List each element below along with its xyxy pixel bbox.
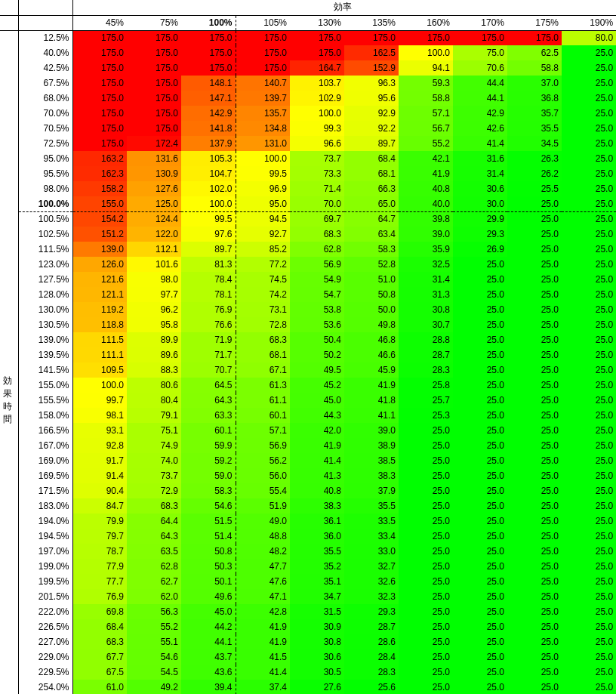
heatmap-cell: 54.7 [290, 287, 344, 302]
row-header: 183.0% [18, 498, 72, 514]
row-header: 169.0% [18, 453, 72, 468]
heatmap-cell: 95.8 [127, 317, 181, 332]
heatmap-cell: 158.2 [72, 181, 127, 196]
heatmap-cell: 61.3 [236, 378, 290, 393]
heatmap-cell: 32.6 [344, 574, 399, 589]
heatmap-cell: 97.6 [181, 227, 236, 242]
heatmap-cell: 91.7 [72, 453, 127, 468]
row-header: 169.5% [18, 468, 72, 483]
heatmap-cell: 175.0 [127, 60, 181, 76]
heatmap-cell: 25.0 [507, 634, 562, 649]
heatmap-cell: 25.0 [562, 332, 616, 347]
heatmap-cell: 25.0 [507, 227, 562, 242]
row-header: 194.5% [18, 529, 72, 544]
heatmap-cell: 44.4 [453, 76, 507, 91]
heatmap-cell: 41.4 [290, 453, 344, 468]
heatmap-cell: 25.0 [399, 619, 453, 634]
heatmap-cell: 25.0 [562, 121, 616, 136]
heatmap-cell: 35.5 [344, 498, 399, 514]
heatmap-cell: 25.0 [399, 604, 453, 619]
heatmap-cell: 30.6 [453, 181, 507, 196]
heatmap-cell: 68.3 [290, 227, 344, 242]
heatmap-cell: 25.0 [507, 242, 562, 257]
heatmap-cell: 43.7 [181, 649, 236, 665]
heatmap-cell: 25.0 [507, 272, 562, 287]
heatmap-cell: 63.3 [181, 408, 236, 423]
heatmap-cell: 93.1 [72, 423, 127, 438]
heatmap-cell: 28.3 [344, 665, 399, 680]
heatmap-cell: 50.2 [290, 347, 344, 362]
row-header: 100.5% [18, 211, 72, 227]
heatmap-cell: 25.0 [562, 287, 616, 302]
heatmap-cell: 25.0 [562, 242, 616, 257]
heatmap-cell: 175.0 [127, 45, 181, 60]
heatmap-cell: 175.0 [181, 45, 236, 60]
heatmap-cell: 25.0 [453, 680, 507, 694]
heatmap-cell: 96.3 [344, 76, 399, 91]
heatmap-cell: 37.4 [236, 680, 290, 694]
heatmap-cell: 48.8 [236, 529, 290, 544]
heatmap-cell: 44.1 [453, 91, 507, 106]
row-header: 226.5% [18, 619, 72, 634]
heatmap-cell: 25.0 [453, 514, 507, 529]
heatmap-cell: 44.3 [290, 408, 344, 423]
heatmap-cell: 32.7 [344, 559, 399, 574]
heatmap-cell: 122.0 [127, 227, 181, 242]
heatmap-cell: 30.0 [453, 196, 507, 211]
heatmap-cell: 25.0 [399, 649, 453, 665]
row-header: 229.0% [18, 649, 72, 665]
heatmap-cell: 175.0 [127, 121, 181, 136]
heatmap-cell: 109.5 [72, 362, 127, 378]
heatmap-cell: 141.8 [181, 121, 236, 136]
row-header: 155.5% [18, 393, 72, 408]
col-header: 130% [290, 15, 344, 30]
heatmap-cell: 54.5 [127, 665, 181, 680]
heatmap-cell: 28.7 [399, 347, 453, 362]
heatmap-cell: 25.0 [562, 317, 616, 332]
heatmap-cell: 68.3 [236, 332, 290, 347]
heatmap-cell: 68.4 [344, 151, 399, 166]
heatmap-cell: 175.0 [127, 30, 181, 45]
heatmap-cell: 78.4 [181, 272, 236, 287]
heatmap-cell: 42.9 [453, 106, 507, 121]
heatmap-cell: 25.0 [453, 483, 507, 498]
heatmap-cell: 25.0 [399, 529, 453, 544]
heatmap-cell: 25.0 [562, 453, 616, 468]
heatmap-cell: 25.0 [562, 45, 616, 60]
heatmap-cell: 54.6 [181, 498, 236, 514]
row-header: 139.5% [18, 347, 72, 362]
heatmap-cell: 25.0 [507, 649, 562, 665]
row-header: 40.0% [18, 45, 72, 60]
heatmap-cell: 25.0 [507, 317, 562, 332]
col-header: 160% [399, 15, 453, 30]
row-header: 100.0% [18, 196, 72, 211]
row-header: 68.0% [18, 91, 72, 106]
heatmap-cell: 38.3 [344, 468, 399, 483]
heatmap-cell: 89.6 [127, 347, 181, 362]
heatmap-cell: 175.0 [344, 30, 399, 45]
heatmap-cell: 126.0 [72, 257, 127, 272]
heatmap-cell: 25.3 [399, 408, 453, 423]
heatmap-cell: 26.9 [453, 242, 507, 257]
row-header: 67.5% [18, 76, 72, 91]
heatmap-cell: 37.0 [507, 76, 562, 91]
heatmap-cell: 62.8 [290, 242, 344, 257]
heatmap-cell: 25.0 [562, 378, 616, 393]
heatmap-cell: 42.8 [236, 604, 290, 619]
heatmap-cell: 124.4 [127, 211, 181, 227]
heatmap-cell: 28.7 [344, 619, 399, 634]
heatmap-cell: 48.2 [236, 544, 290, 559]
heatmap-cell: 25.0 [399, 589, 453, 604]
heatmap-cell: 25.0 [453, 287, 507, 302]
heatmap-cell: 45.0 [181, 604, 236, 619]
heatmap-cell: 25.0 [399, 468, 453, 483]
heatmap-cell: 68.1 [236, 347, 290, 362]
heatmap-cell: 56.3 [127, 604, 181, 619]
heatmap-cell: 102.9 [290, 91, 344, 106]
heatmap-cell: 53.8 [290, 302, 344, 317]
col-header: 105% [236, 15, 290, 30]
heatmap-cell: 50.8 [344, 287, 399, 302]
heatmap-cell: 25.0 [453, 438, 507, 453]
heatmap-cell: 25.0 [562, 408, 616, 423]
heatmap-cell: 61.0 [72, 680, 127, 694]
